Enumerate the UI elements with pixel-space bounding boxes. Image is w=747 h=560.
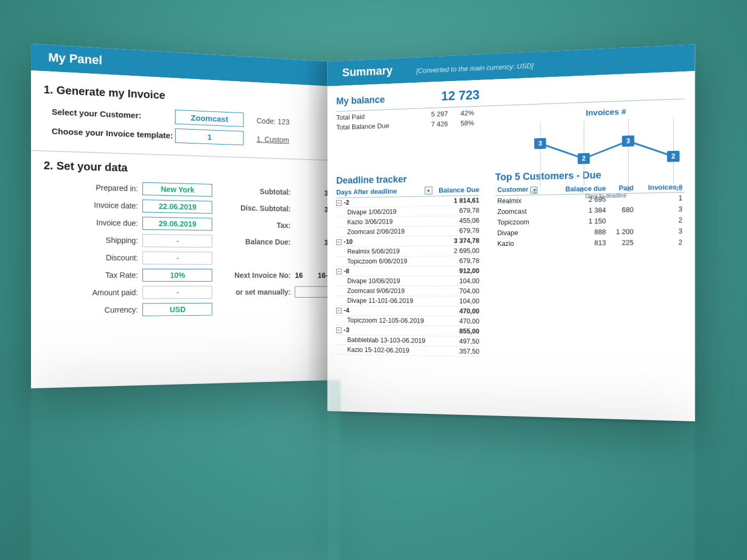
deadline-group[interactable]: −-4470,00: [336, 306, 479, 316]
filter-icon[interactable]: ▾: [425, 187, 432, 195]
form-label: Tax Rate:: [42, 270, 142, 279]
manual-label: or set manually:: [212, 288, 295, 297]
deadline-body: −-21 814,61Divape 1/06/2019679,78Kazio 3…: [336, 196, 479, 357]
summary-window: Summary [Converted to the main currency:…: [328, 44, 695, 421]
top5-header: Invoices #: [635, 181, 685, 193]
deadline-item: Kazio 15-102-06.2019357,50: [336, 345, 479, 357]
form-input[interactable]: 10%: [142, 269, 212, 282]
next-invoice-label: Next Invoice No:: [212, 271, 295, 279]
total-label: Subtotal:: [212, 186, 295, 196]
total-label: Tax:: [212, 220, 295, 230]
deadline-item: Zoomcast 2/06/2019679,78: [336, 226, 479, 237]
chart-point: 2: [578, 153, 590, 164]
form-input[interactable]: -: [142, 251, 212, 265]
invoice-data-grid: Prepared in:New YorkSubtotal:325,00Invoi…: [42, 180, 332, 317]
deadline-item: Topiczoom 6/06/2019679,78: [336, 256, 479, 267]
top5-title: Top 5 Customers - Due: [495, 167, 685, 183]
total-paid-label: Total Paid: [336, 111, 412, 122]
deadline-item: Divape 11-101-06.2019104,00: [336, 296, 479, 307]
form-input[interactable]: -: [142, 234, 212, 247]
top5-table: Customer▾Balance duePaidInvoices # Realm…: [495, 181, 685, 249]
form-label: Shipping:: [42, 235, 142, 245]
deadline-col2: Balance Due: [439, 186, 479, 194]
balance-label: My balance: [336, 94, 385, 107]
form-input[interactable]: 22.06.2019: [142, 199, 212, 214]
template-dropdown[interactable]: 1: [175, 129, 244, 146]
section-2-heading: 2. Set your data: [44, 159, 332, 180]
template-hint[interactable]: 1. Custom: [257, 134, 289, 144]
deadline-item: Realmix 5/06/20192 695,00: [336, 246, 479, 257]
form-input[interactable]: New York: [142, 182, 212, 197]
form-input[interactable]: USD: [142, 303, 212, 316]
collapse-icon[interactable]: −: [336, 239, 341, 245]
customer-code: Code: 123: [257, 116, 290, 126]
total-label: Balance Due:: [212, 237, 295, 246]
total-label: Disc. Subtotal:: [212, 203, 295, 213]
deadline-col1: Days After deadline: [336, 187, 397, 196]
form-label: Prepared in:: [42, 182, 142, 193]
table-row: Kazio8132252: [495, 237, 685, 249]
deadline-item: Divape 10/06/2019104,00: [336, 276, 479, 286]
form-label: Discount:: [42, 253, 142, 262]
collapse-icon[interactable]: −: [336, 269, 341, 275]
form-input[interactable]: -: [142, 286, 212, 299]
deadline-title: Deadline tracker: [336, 172, 479, 186]
deadline-item: Zoomcast 9/06/2019704,00: [336, 286, 479, 297]
customer-dropdown[interactable]: Zoomcast: [175, 110, 244, 127]
filter-icon[interactable]: ▾: [530, 187, 537, 194]
my-panel-window: My Panel 1. Generate my Invoice Select y…: [31, 44, 340, 388]
total-paid-pct: 42%: [448, 109, 474, 118]
customer-label: Select your Customer:: [42, 107, 175, 122]
summary-title: Summary: [342, 64, 392, 79]
total-due-pct: 58%: [448, 119, 474, 127]
top5-header: Customer▾: [495, 184, 552, 196]
top5-header: Balance due: [552, 183, 608, 195]
form-label: Invoice date:: [42, 199, 142, 210]
top5-header: Paid: [608, 182, 636, 194]
chart-point: 3: [622, 135, 634, 147]
total-paid-value: 5 297: [412, 110, 448, 119]
total-due-value: 7 426: [412, 120, 448, 129]
total-due-label: Total Balance Due: [336, 121, 412, 131]
collapse-icon[interactable]: −: [336, 308, 341, 314]
deadline-group[interactable]: −-8912,00: [336, 266, 479, 276]
collapse-icon[interactable]: −: [336, 327, 341, 333]
form-label: Amount paid:: [42, 288, 142, 297]
chart-point: 2: [667, 151, 679, 162]
form-input[interactable]: 29.06.2019: [142, 217, 212, 230]
form-label: Currency:: [42, 306, 142, 315]
collapse-icon[interactable]: −: [336, 200, 341, 206]
summary-subtitle: [Converted to the main currency: USD]: [416, 62, 534, 75]
template-label: Choose your Invoice template:: [42, 126, 175, 140]
balance-value: 12 723: [441, 87, 480, 104]
form-label: Invoice due:: [42, 218, 142, 228]
deadline-group[interactable]: −-103 374,78: [336, 236, 479, 247]
chart-point: 3: [534, 138, 546, 149]
